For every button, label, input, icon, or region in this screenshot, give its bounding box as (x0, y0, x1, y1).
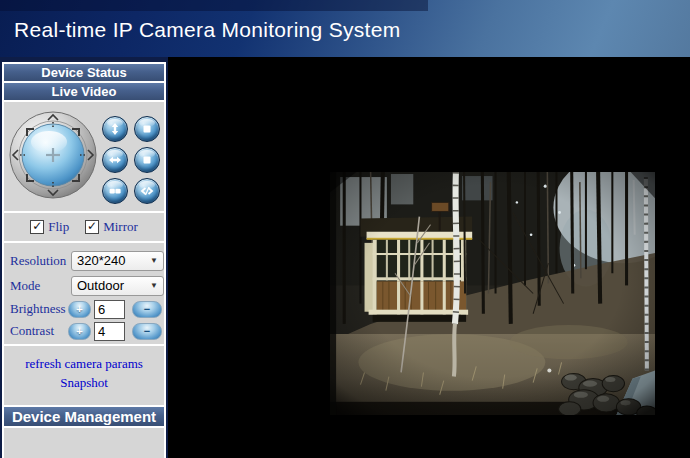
brightness-minus-button[interactable]: − (132, 301, 162, 318)
resolution-select[interactable]: 320*240 ▼ (71, 251, 164, 271)
sidebar-panel: Device Status Live Video (2, 62, 166, 458)
sidebar-item-live-video[interactable]: Live Video (4, 83, 164, 102)
flip-checkbox[interactable]: ✓ (30, 220, 44, 234)
sidebar-item-device-status[interactable]: Device Status (4, 64, 164, 83)
ir-off-icon (139, 183, 155, 199)
contrast-input[interactable] (94, 322, 125, 341)
stop-vertical-patrol-button[interactable] (134, 116, 160, 142)
video-area (168, 57, 690, 458)
mode-label: Mode (10, 278, 68, 294)
brightness-row: Brightness + − (4, 298, 164, 320)
contrast-minus-button[interactable]: − (132, 323, 162, 340)
flip-label: Flip (48, 219, 69, 235)
contrast-label: Contrast (10, 323, 68, 339)
vertical-arrows-icon (107, 121, 123, 137)
live-video-frame (330, 172, 655, 415)
links-section: refresh camera params Snapshot (4, 344, 164, 405)
vertical-patrol-button[interactable] (102, 116, 128, 142)
page-title: Real-time IP Camera Monitoring System (14, 17, 401, 41)
page-header: Real-time IP Camera Monitoring System (0, 0, 690, 57)
dropdown-arrow-icon: ▼ (150, 256, 158, 265)
ir-on-button[interactable] (102, 178, 128, 204)
horizontal-patrol-button[interactable] (102, 147, 128, 173)
horizontal-arrows-icon (107, 152, 123, 168)
stop-square-icon (139, 152, 155, 168)
resolution-value: 320*240 (77, 253, 125, 268)
pan-tilt-wheel[interactable] (9, 111, 97, 199)
mode-select[interactable]: Outdoor ▼ (71, 276, 164, 296)
ir-off-button[interactable] (134, 178, 160, 204)
dropdown-arrow-icon: ▼ (150, 281, 158, 290)
refresh-camera-params-link[interactable]: refresh camera params (4, 356, 164, 372)
mirror-group: ✓ Mirror (85, 219, 138, 235)
flip-group: ✓ Flip (30, 219, 69, 235)
camera-params-section: Resolution 320*240 ▼ Mode Outdoor ▼ Brig… (4, 243, 164, 344)
flip-mirror-row: ✓ Flip ✓ Mirror (4, 213, 164, 243)
mirror-label: Mirror (103, 219, 138, 235)
stop-horizontal-patrol-button[interactable] (134, 147, 160, 173)
mode-row: Mode Outdoor ▼ (4, 273, 164, 298)
sidebar: Device Status Live Video (0, 57, 168, 458)
mirror-checkbox[interactable]: ✓ (85, 220, 99, 234)
resolution-label: Resolution (10, 253, 68, 269)
brightness-label: Brightness (10, 301, 68, 317)
sphere-gloss (31, 131, 67, 153)
snapshot-link[interactable]: Snapshot (4, 375, 164, 391)
brightness-input[interactable] (94, 300, 125, 319)
resolution-row: Resolution 320*240 ▼ (4, 248, 164, 273)
contrast-row: Contrast + − (4, 320, 164, 342)
contrast-plus-button[interactable]: + (68, 323, 91, 340)
app-window: Real-time IP Camera Monitoring System De… (0, 0, 690, 458)
patrol-button-grid (102, 116, 160, 204)
brightness-plus-button[interactable]: + (68, 301, 91, 318)
stop-square-icon (139, 121, 155, 137)
ptz-control-section (4, 102, 164, 213)
ir-on-icon (107, 183, 123, 199)
sidebar-item-device-management[interactable]: Device Management (4, 405, 164, 428)
mode-value: Outdoor (77, 278, 124, 293)
